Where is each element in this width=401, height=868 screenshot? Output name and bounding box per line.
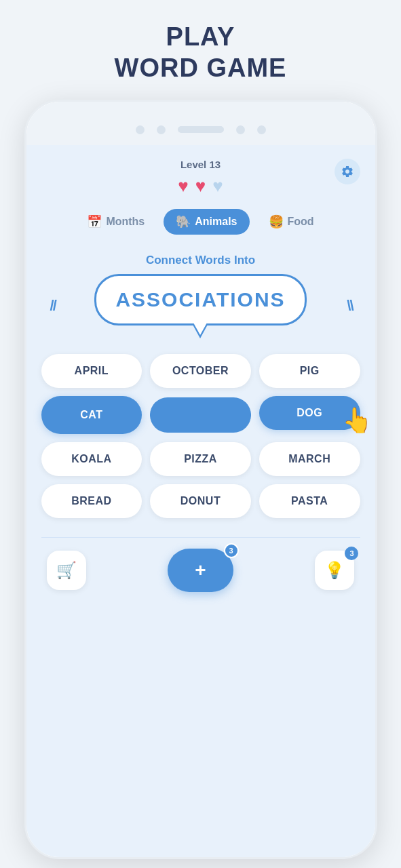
tab-months-label: Months bbox=[106, 216, 145, 228]
phone-frame: Level 13 ♥ ♥ ♥ 📅 Months 🐘 Animals bbox=[24, 100, 377, 859]
word-dog[interactable]: DOG bbox=[259, 396, 360, 430]
page-title: PLAY WORD GAME bbox=[115, 0, 287, 100]
hint-badge: 3 bbox=[345, 547, 358, 560]
tab-animals[interactable]: 🐘 Animals bbox=[164, 209, 249, 235]
tab-food[interactable]: 🍔 Food bbox=[256, 209, 326, 235]
tab-animals-label: Animals bbox=[195, 216, 237, 228]
word-donut[interactable]: DONUT bbox=[150, 484, 251, 518]
associations-text: ASSOCIATIONS bbox=[115, 288, 285, 311]
plus-icon: + bbox=[195, 559, 206, 581]
hearts-row: ♥ ♥ ♥ bbox=[41, 176, 360, 197]
connect-section: Connect Words Into / / ASSOCIATIONS \ \ bbox=[41, 254, 360, 338]
heart-3: ♥ bbox=[212, 176, 223, 197]
word-pizza[interactable]: PIZZA bbox=[150, 442, 251, 476]
elephant-icon: 🐘 bbox=[176, 214, 191, 229]
heart-2: ♥ bbox=[195, 176, 206, 197]
level-display: Level 13 bbox=[180, 159, 221, 170]
top-bar: Level 13 bbox=[41, 159, 360, 170]
word-grid: APRIL OCTOBER PIG CAT DOG 👆 KOALA PIZZA … bbox=[41, 354, 360, 518]
bulb-icon: 💡 bbox=[324, 561, 345, 580]
heart-1: ♥ bbox=[178, 176, 188, 197]
notch-speaker bbox=[178, 126, 224, 133]
word-grid-container: APRIL OCTOBER PIG CAT DOG 👆 KOALA PIZZA … bbox=[41, 354, 360, 518]
hint-button[interactable]: 💡 3 bbox=[315, 551, 354, 590]
add-badge: 3 bbox=[224, 543, 239, 558]
cart-button[interactable]: 🛒 bbox=[47, 551, 86, 590]
gear-icon bbox=[341, 165, 354, 178]
burger-icon: 🍔 bbox=[269, 214, 284, 229]
associations-bubble: ASSOCIATIONS bbox=[94, 274, 306, 326]
connect-subtitle: Connect Words Into bbox=[41, 254, 360, 267]
word-pig[interactable]: PIG bbox=[259, 354, 360, 388]
word-march[interactable]: MARCH bbox=[259, 442, 360, 476]
phone-screen: Level 13 ♥ ♥ ♥ 📅 Months 🐘 Animals bbox=[26, 145, 375, 857]
calendar-icon: 📅 bbox=[87, 214, 102, 229]
level-label: Level 13 bbox=[180, 159, 221, 170]
notch-dot-far bbox=[257, 125, 266, 134]
notch-dot-right bbox=[236, 125, 245, 134]
bottom-bar: 🛒 + 3 💡 3 bbox=[41, 537, 360, 597]
settings-button[interactable] bbox=[335, 159, 360, 184]
cart-icon: 🛒 bbox=[56, 561, 77, 580]
category-tabs: 📅 Months 🐘 Animals 🍔 Food bbox=[41, 209, 360, 235]
spark-left-icon: / / bbox=[50, 297, 54, 315]
word-koala[interactable]: KOALA bbox=[41, 442, 142, 476]
word-pasta[interactable]: PASTA bbox=[259, 484, 360, 518]
tab-months[interactable]: 📅 Months bbox=[75, 209, 157, 235]
word-bread[interactable]: BREAD bbox=[41, 484, 142, 518]
notch-dot-left bbox=[136, 125, 145, 134]
spark-right-icon: \ \ bbox=[347, 297, 351, 315]
word-dog-container: DOG 👆 bbox=[259, 396, 360, 434]
tab-food-label: Food bbox=[288, 216, 314, 228]
word-april[interactable]: APRIL bbox=[41, 354, 142, 388]
phone-notch bbox=[26, 102, 375, 145]
notch-dot-mid bbox=[157, 125, 166, 134]
word-october[interactable]: OCTOBER bbox=[150, 354, 251, 388]
word-cat[interactable]: CAT bbox=[41, 396, 142, 434]
add-button[interactable]: + 3 bbox=[168, 549, 233, 592]
connection-bar bbox=[150, 397, 251, 433]
